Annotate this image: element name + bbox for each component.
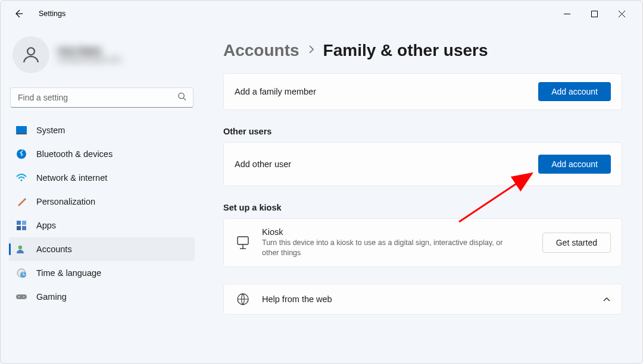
profile-name: User Name <box>58 46 121 55</box>
search-icon <box>177 92 186 103</box>
kiosk-card: Kiosk Turn this device into a kiosk to u… <box>223 218 622 267</box>
paintbrush-icon <box>16 196 27 207</box>
sidebar-item-label: System <box>36 125 65 135</box>
apps-icon <box>16 220 27 231</box>
sidebar-item-label: Bluetooth & devices <box>36 149 113 159</box>
profile-text: User Name user@example.com <box>58 46 121 64</box>
kiosk-icon <box>235 236 251 250</box>
kiosk-text: Kiosk Turn this device into a kiosk to u… <box>262 227 512 258</box>
sidebar-item-apps[interactable]: Apps <box>9 214 195 237</box>
help-title: Help from the web <box>262 294 332 304</box>
sidebar-item-system[interactable]: System <box>9 118 195 142</box>
help-card[interactable]: Help from the web <box>223 284 622 315</box>
other-user-title: Add other user <box>235 159 291 169</box>
titlebar: Settings <box>1 1 642 27</box>
sidebar: User Name user@example.com System Blueto… <box>1 27 203 363</box>
maximize-button[interactable] <box>580 4 608 23</box>
svg-rect-3 <box>16 126 27 133</box>
sidebar-item-label: Apps <box>36 221 56 230</box>
svg-rect-10 <box>22 226 26 230</box>
svg-rect-7 <box>17 221 21 225</box>
app-title: Settings <box>39 10 65 18</box>
other-user-card: Add other user Add account <box>223 142 622 186</box>
sidebar-item-label: Gaming <box>36 292 67 302</box>
kiosk-title: Kiosk <box>262 227 512 237</box>
system-icon <box>16 125 27 136</box>
globe-icon <box>235 293 251 306</box>
search-input[interactable] <box>10 87 193 108</box>
sidebar-item-label: Accounts <box>36 244 72 254</box>
sidebar-item-gaming[interactable]: Gaming <box>9 285 195 309</box>
back-button[interactable] <box>13 8 24 20</box>
sidebar-nav: System Bluetooth & devices Network & int… <box>9 118 195 309</box>
svg-rect-17 <box>238 237 248 244</box>
gaming-icon <box>16 291 27 302</box>
svg-rect-9 <box>17 226 21 230</box>
breadcrumb-parent[interactable]: Accounts <box>223 41 299 60</box>
sidebar-item-bluetooth[interactable]: Bluetooth & devices <box>9 142 195 166</box>
content-area: User Name user@example.com System Blueto… <box>1 27 642 363</box>
sidebar-item-personalization[interactable]: Personalization <box>9 190 195 214</box>
profile-email: user@example.com <box>58 55 121 64</box>
main-panel[interactable]: Accounts Family & other users Add a fami… <box>203 27 642 363</box>
svg-rect-0 <box>591 11 597 17</box>
family-member-title: Add a family member <box>235 87 316 96</box>
svg-point-16 <box>23 296 24 297</box>
sidebar-item-label: Personalization <box>36 197 95 206</box>
arrow-left-icon <box>14 9 23 18</box>
bluetooth-icon <box>16 149 27 159</box>
accounts-icon <box>16 244 27 255</box>
wifi-icon <box>16 172 27 183</box>
svg-rect-14 <box>16 294 27 299</box>
page-title: Family & other users <box>323 41 488 60</box>
add-other-account-button[interactable]: Add account <box>538 155 611 174</box>
svg-rect-4 <box>16 133 27 134</box>
minimize-button[interactable] <box>553 4 580 23</box>
svg-point-11 <box>18 246 22 249</box>
sidebar-item-time-language[interactable]: Time & language <box>9 261 195 285</box>
sidebar-item-label: Network & internet <box>36 173 107 183</box>
breadcrumb: Accounts Family & other users <box>223 41 622 60</box>
other-users-header: Other users <box>223 127 622 136</box>
minimize-icon <box>564 11 570 17</box>
add-family-account-button[interactable]: Add account <box>538 82 611 101</box>
settings-window: Settings User Name user@example.com <box>0 0 643 364</box>
window-controls <box>553 4 635 23</box>
person-icon <box>21 45 41 65</box>
svg-point-15 <box>18 296 20 297</box>
kiosk-header: Set up a kiosk <box>223 203 622 212</box>
sidebar-item-network[interactable]: Network & internet <box>9 166 195 190</box>
close-button[interactable] <box>608 4 635 23</box>
svg-point-2 <box>179 93 184 98</box>
search-wrap <box>10 87 193 108</box>
sidebar-item-label: Time & language <box>36 268 101 278</box>
clock-globe-icon <box>16 268 27 278</box>
svg-rect-8 <box>22 221 26 225</box>
close-icon <box>619 11 625 17</box>
sidebar-item-accounts[interactable]: Accounts <box>9 237 195 261</box>
profile-block[interactable]: User Name user@example.com <box>9 33 195 80</box>
family-member-card: Add a family member Add account <box>223 73 622 110</box>
kiosk-desc: Turn this device into a kiosk to use as … <box>262 238 512 258</box>
svg-point-1 <box>27 48 35 55</box>
avatar <box>13 36 49 73</box>
chevron-up-icon <box>603 294 611 305</box>
maximize-icon <box>591 11 598 17</box>
chevron-right-icon <box>308 45 315 57</box>
kiosk-get-started-button[interactable]: Get started <box>542 233 611 253</box>
svg-point-6 <box>21 180 23 181</box>
